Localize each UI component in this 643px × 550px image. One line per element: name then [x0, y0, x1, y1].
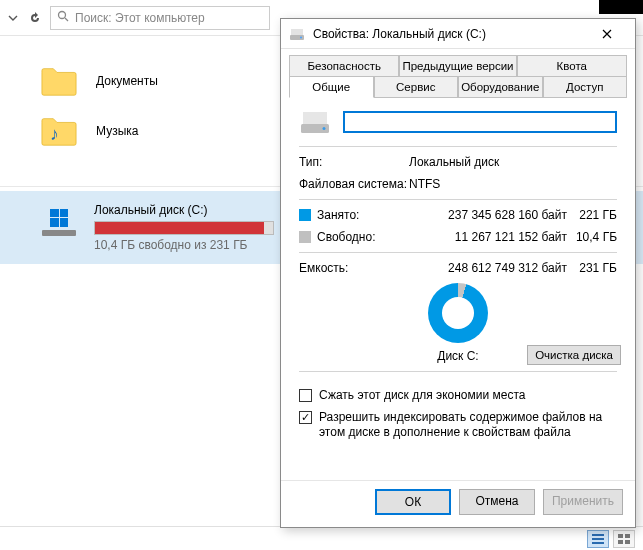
svg-rect-4	[592, 542, 604, 544]
svg-rect-8	[625, 540, 630, 544]
checkbox-checked-icon[interactable]	[299, 411, 312, 424]
capacity-gb: 231 ГБ	[567, 261, 617, 275]
status-bar	[0, 526, 643, 550]
drive-small-icon	[289, 26, 305, 42]
folder-icon	[40, 64, 78, 98]
svg-point-14	[323, 127, 326, 130]
drive-usage-bar	[94, 221, 274, 235]
tab-hardware[interactable]: Оборудование	[458, 76, 543, 98]
usage-donut-chart	[428, 283, 488, 343]
close-button[interactable]	[587, 20, 627, 48]
svg-rect-2	[592, 534, 604, 536]
type-value: Локальный диск	[409, 155, 617, 169]
drive-large-icon	[299, 108, 331, 136]
index-label: Разрешить индексировать содержимое файло…	[319, 410, 617, 441]
chevron-down-icon[interactable]	[6, 11, 20, 25]
fs-label: Файловая система:	[299, 177, 409, 191]
folder-music-icon: ♪	[40, 114, 78, 148]
apply-button[interactable]: Применить	[543, 489, 623, 515]
used-gb: 221 ГБ	[567, 208, 617, 222]
search-placeholder: Поиск: Этот компьютер	[75, 11, 205, 25]
tab-service[interactable]: Сервис	[374, 76, 459, 98]
view-icons-button[interactable]	[613, 530, 635, 548]
refresh-icon[interactable]	[28, 11, 42, 25]
search-input-wrapper[interactable]: Поиск: Этот компьютер	[50, 6, 270, 30]
used-label: Занято:	[317, 208, 397, 222]
svg-rect-5	[618, 534, 623, 538]
svg-rect-6	[625, 534, 630, 538]
free-color-swatch	[299, 231, 311, 243]
checkbox-unchecked-icon[interactable]	[299, 389, 312, 402]
type-label: Тип:	[299, 155, 409, 169]
free-label: Свободно:	[317, 230, 397, 244]
tab-sharing[interactable]: Доступ	[543, 76, 628, 98]
cancel-button[interactable]: Отмена	[459, 489, 535, 515]
window-edge-dark	[599, 0, 643, 14]
dialog-buttons: ОК Отмена Применить	[281, 480, 635, 527]
index-checkbox-row[interactable]: Разрешить индексировать содержимое файло…	[299, 410, 617, 441]
used-color-swatch	[299, 209, 311, 221]
svg-point-0	[59, 12, 66, 19]
donut-label: Диск C:	[437, 349, 478, 363]
tab-previous-versions[interactable]: Предыдущие версии	[399, 55, 516, 76]
svg-rect-13	[303, 112, 327, 124]
properties-dialog: Свойства: Локальный диск (C:) Безопаснос…	[280, 18, 636, 528]
view-details-button[interactable]	[587, 530, 609, 548]
svg-point-11	[300, 36, 302, 38]
compress-checkbox-row[interactable]: Сжать этот диск для экономии места	[299, 388, 617, 404]
tab-quota[interactable]: Квота	[517, 55, 627, 76]
capacity-bytes: 248 612 749 312 байт	[397, 261, 567, 275]
dialog-title: Свойства: Локальный диск (C:)	[313, 27, 587, 41]
folder-label: Документы	[96, 74, 158, 88]
windows-logo-icon	[50, 209, 68, 227]
used-bytes: 237 345 628 160 байт	[397, 208, 567, 222]
ok-button[interactable]: ОК	[375, 489, 451, 515]
dialog-body: Тип: Локальный диск Файловая система: NT…	[281, 98, 635, 480]
folder-label: Музыка	[96, 124, 138, 138]
usage-chart-area: Диск C: Очистка диска	[299, 283, 617, 363]
tab-security[interactable]: Безопасность	[289, 55, 399, 76]
svg-rect-7	[618, 540, 623, 544]
tab-general[interactable]: Общие	[289, 76, 374, 98]
drive-icon	[40, 203, 78, 241]
dialog-titlebar[interactable]: Свойства: Локальный диск (C:)	[281, 19, 635, 49]
music-note-icon: ♪	[50, 124, 59, 145]
tabs: Безопасность Предыдущие версии Квота Общ…	[281, 49, 635, 98]
free-gb: 10,4 ГБ	[567, 230, 617, 244]
svg-rect-3	[592, 538, 604, 540]
svg-line-1	[65, 18, 68, 21]
disk-bar-icon	[42, 230, 76, 236]
free-bytes: 11 267 121 152 байт	[397, 230, 567, 244]
search-icon	[57, 10, 69, 25]
fs-value: NTFS	[409, 177, 617, 191]
capacity-label: Емкость:	[299, 261, 397, 275]
svg-rect-10	[291, 29, 303, 35]
disk-cleanup-button[interactable]: Очистка диска	[527, 345, 621, 365]
compress-label: Сжать этот диск для экономии места	[319, 388, 525, 404]
volume-name-input[interactable]	[343, 111, 617, 133]
